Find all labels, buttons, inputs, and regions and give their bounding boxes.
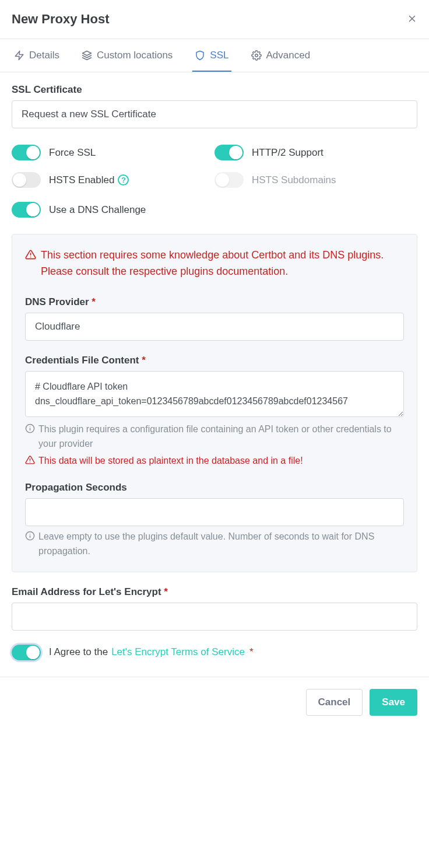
tab-label: Custom locations — [97, 50, 173, 61]
hsts-label: HSTS Enabled ? — [49, 174, 129, 186]
credentials-plaintext-warn: This data will be stored as plaintext in… — [25, 454, 404, 468]
layers-icon — [82, 50, 92, 61]
tab-custom-locations[interactable]: Custom locations — [79, 39, 175, 72]
hsts-toggle[interactable] — [12, 172, 41, 188]
terms-link[interactable]: Let's Encrypt Terms of Service — [111, 646, 245, 658]
svg-marker-3 — [82, 51, 91, 56]
email-label: Email Address for Let's Encrypt * — [12, 586, 417, 598]
lightning-icon — [14, 50, 24, 61]
propagation-help: Leave empty to use the plugins default v… — [25, 530, 404, 559]
force-ssl-label: Force SSL — [49, 147, 96, 159]
ssl-cert-label: SSL Certificate — [12, 84, 417, 96]
dns-warning: This section requires some knowledge abo… — [25, 247, 404, 280]
credentials-textarea[interactable] — [25, 371, 404, 417]
force-ssl-toggle[interactable] — [12, 145, 41, 160]
info-icon — [25, 531, 35, 559]
http2-toggle[interactable] — [214, 145, 244, 160]
dns-provider-select[interactable]: Cloudflare — [25, 313, 404, 341]
save-button[interactable]: Save — [370, 689, 417, 716]
tab-advanced[interactable]: Advanced — [249, 39, 313, 72]
dns-provider-label: DNS Provider * — [25, 296, 404, 308]
alert-icon — [25, 455, 35, 468]
ssl-cert-select[interactable]: Request a new SSL Certificate — [12, 100, 417, 128]
tab-label: Advanced — [266, 50, 311, 61]
modal-title: New Proxy Host — [12, 12, 110, 27]
propagation-label: Propagation Seconds — [25, 482, 404, 494]
agree-toggle[interactable] — [12, 645, 41, 660]
tab-label: Details — [29, 50, 59, 61]
close-icon — [407, 13, 417, 24]
shield-icon — [195, 50, 205, 61]
svg-point-4 — [255, 54, 258, 57]
propagation-input[interactable] — [25, 498, 404, 526]
info-icon — [25, 424, 35, 452]
agree-label: I Agree to the Let's Encrypt Terms of Se… — [49, 646, 254, 658]
tab-label: SSL — [210, 50, 228, 61]
credentials-help: This plugin requires a configuration fil… — [25, 422, 404, 452]
gear-icon — [251, 50, 262, 61]
tab-bar: Details Custom locations SSL Advanced — [0, 39, 429, 72]
http2-label: HTTP/2 Support — [252, 147, 323, 159]
dns-challenge-label: Use a DNS Challenge — [49, 204, 146, 216]
alert-icon — [25, 249, 36, 280]
close-button[interactable] — [407, 12, 417, 26]
cancel-button[interactable]: Cancel — [306, 689, 363, 716]
email-input[interactable] — [12, 603, 417, 631]
credentials-label: Credentials File Content * — [25, 355, 404, 366]
svg-marker-2 — [15, 51, 23, 60]
dns-challenge-card: This section requires some knowledge abo… — [12, 234, 417, 572]
hsts-subdomains-label: HSTS Subdomains — [252, 174, 336, 186]
tab-details[interactable]: Details — [12, 39, 62, 72]
tab-ssl[interactable]: SSL — [192, 39, 231, 72]
help-icon[interactable]: ? — [118, 174, 129, 186]
hsts-subdomains-toggle[interactable] — [214, 172, 244, 188]
dns-challenge-toggle[interactable] — [12, 202, 41, 218]
